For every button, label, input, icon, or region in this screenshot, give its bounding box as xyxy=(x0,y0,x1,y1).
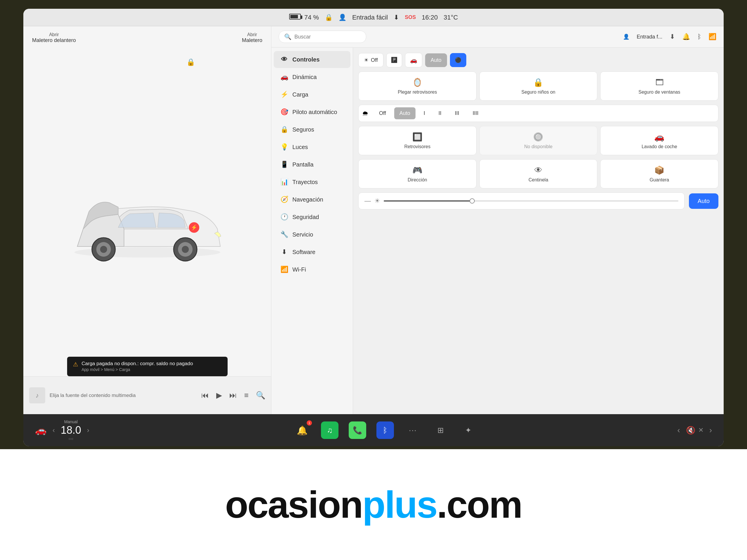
light-parking-button[interactable]: 🅿 xyxy=(386,53,402,68)
lighting-row: ☀ Off 🅿 🚗 Auto xyxy=(358,53,718,68)
sidebar-item-controles[interactable]: 👁 Controles xyxy=(274,51,351,68)
car-image-area: ⚡ 🔒 ⚠ Carga pagada no dispon.: compr. sa… xyxy=(23,44,271,414)
sidebar-item-seguros[interactable]: 🔒 Seguros xyxy=(274,121,351,138)
guantera-button[interactable]: 📦 Guantera xyxy=(600,159,718,188)
brand-ocasion: ocasion xyxy=(225,483,362,527)
glove-box-icon: 📦 xyxy=(654,165,664,175)
sidebar-item-trayectos[interactable]: 📊 Trayectos xyxy=(274,174,351,190)
seguridad-icon: 🕐 xyxy=(280,213,288,221)
sidebar-item-pantalla[interactable]: 📱 Pantalla xyxy=(274,156,351,173)
sidebar-item-piloto[interactable]: 🎯 Piloto automático xyxy=(274,104,351,121)
wiper-speed3-button[interactable]: III xyxy=(450,107,465,119)
volume-x-icon: ✕ xyxy=(698,426,703,434)
brightness-thumb[interactable] xyxy=(469,198,475,204)
brand-plus: plus xyxy=(362,483,437,527)
rear-trunk-label: Abrir Maletero xyxy=(242,32,262,44)
time-display: 16:20 xyxy=(422,14,438,21)
wiper-icon: 🌧 xyxy=(362,110,368,117)
brightness-fill xyxy=(384,201,472,202)
seguro-ventanas-button[interactable]: 🗔 Seguro de ventanas xyxy=(600,72,718,101)
media-next-button[interactable]: ⏭ xyxy=(229,391,237,400)
alert-box: ⚠ Carga pagada no dispon.: compr. saldo … xyxy=(67,357,228,376)
parking-light-icon: 🅿 xyxy=(391,57,397,63)
wiper-speed1-button[interactable]: I xyxy=(418,107,430,119)
servicio-label: Servicio xyxy=(292,231,313,238)
temperature-display: 31°C xyxy=(443,14,458,21)
sidebar-item-carga[interactable]: ⚡ Carga xyxy=(274,86,351,103)
main-content: Abrir Maletero delantero Abrir Maletero xyxy=(23,26,724,414)
search-input-wrap[interactable]: 🔍 xyxy=(279,31,366,43)
software-label: Software xyxy=(292,249,315,256)
wiper-auto-button[interactable]: Auto xyxy=(394,107,415,119)
taskbar-notifications-app[interactable]: 🔔 1 xyxy=(293,422,311,439)
luces-label: Luces xyxy=(292,144,308,151)
no-disponible-button: 🔘 No disponible xyxy=(480,126,598,155)
sidebar-item-servicio[interactable]: 🔧 Servicio xyxy=(274,226,351,243)
centinela-button[interactable]: 👁 Centinela xyxy=(480,159,598,188)
sidebar-item-dinamica[interactable]: 🚗 Dinámica xyxy=(274,69,351,85)
seguro-ninos-button[interactable]: 🔒 Seguro niños on xyxy=(480,72,598,101)
retrovisores-icon: 🔲 xyxy=(412,132,422,142)
taskbar-phone-app[interactable]: 📞 xyxy=(349,422,366,439)
lavado-coche-button[interactable]: 🚗 Lavado de coche xyxy=(600,126,718,155)
light-drive-button[interactable]: 🚗 xyxy=(405,53,422,68)
media-icon: ♪ xyxy=(29,387,45,403)
person-icon: 👤 xyxy=(338,14,346,21)
brightness-auto-button[interactable]: Auto xyxy=(689,193,718,209)
wiper-off-button[interactable]: Off xyxy=(374,107,391,119)
light-off-button[interactable]: ☀ Off xyxy=(358,53,383,67)
bluetooth-taskbar-icon: ᛒ xyxy=(383,426,387,435)
brightness-slider[interactable] xyxy=(384,201,678,202)
taskbar-grid-app[interactable]: ⊞ xyxy=(432,422,449,439)
taskbar-spotify-app[interactable]: ♫ xyxy=(321,422,338,439)
entrada-facil-label: Entrada fácil xyxy=(352,14,388,21)
front-trunk-label: Abrir Maletero delantero xyxy=(32,32,76,44)
brightness-min-icon: — xyxy=(364,197,371,205)
search-icon: 🔍 xyxy=(284,33,291,40)
volume-control: 🔇 ✕ xyxy=(686,426,703,435)
temp-nav-left[interactable]: ‹ xyxy=(53,426,55,434)
sos-label: SOS xyxy=(405,14,416,20)
wiper-speed2-button[interactable]: II xyxy=(433,107,447,119)
taskbar-left: 🚗 ‹ Manual 18.0 ○○ › xyxy=(35,420,117,441)
car-svg: ⚡ xyxy=(60,188,235,270)
retrovisores-button[interactable]: 🔲 Retrovisores xyxy=(358,126,476,155)
plegar-retrovisores-button[interactable]: 🪞 Plegar retrovisores xyxy=(358,72,476,101)
location-icon: ✦ xyxy=(465,426,471,435)
wifi-label: Wi-Fi xyxy=(292,266,306,273)
wiper-speed4-button[interactable]: IIII xyxy=(467,107,484,119)
car-wash-icon: 🚗 xyxy=(654,132,664,142)
seguridad-label: Seguridad xyxy=(292,214,319,220)
media-search-button[interactable]: 🔍 xyxy=(256,391,265,400)
temperature-control: Manual 18.0 ○○ xyxy=(61,420,81,441)
light-auto-button[interactable]: Auto xyxy=(425,53,447,67)
mirror-lock-grid: 🪞 Plegar retrovisores 🔒 Seguro niños on … xyxy=(358,72,718,101)
sidebar-item-navegacion[interactable]: 🧭 Navegación xyxy=(274,191,351,208)
media-queue-button[interactable]: ≡ xyxy=(244,391,249,400)
taskbar-nav-app[interactable]: ✦ xyxy=(460,422,477,439)
piloto-icon: 🎯 xyxy=(280,108,288,116)
carga-icon: ⚡ xyxy=(280,91,288,98)
window-lock-icon: 🗔 xyxy=(655,78,664,87)
temp-nav-right[interactable]: › xyxy=(87,426,89,434)
taskbar-nav-left[interactable]: ‹ xyxy=(677,426,680,435)
taskbar-bluetooth-app[interactable]: ᛒ xyxy=(377,422,394,439)
lock-badge: 🔒 xyxy=(186,58,195,66)
wifi-icon: 📶 xyxy=(280,266,288,273)
spotify-icon: ♫ xyxy=(327,426,333,435)
light-active-button[interactable]: ⚫ xyxy=(450,53,466,67)
media-player: ♪ Elija la fuente del contenido multimed… xyxy=(23,376,271,414)
search-input[interactable] xyxy=(294,34,361,40)
sidebar-item-seguridad[interactable]: 🕐 Seguridad xyxy=(274,209,351,225)
sidebar-item-wifi[interactable]: 📶 Wi-Fi xyxy=(274,261,351,278)
media-prev-button[interactable]: ⏮ xyxy=(201,391,209,400)
tesla-ui: 74 % 🔒 👤 Entrada fácil ⬇ SOS 16:20 31°C … xyxy=(23,9,724,446)
grid-icon: ⊞ xyxy=(437,426,444,435)
media-controls: ⏮ ▶ ⏭ ≡ 🔍 xyxy=(201,391,265,400)
direccion-button[interactable]: 🎮 Dirección xyxy=(358,159,476,188)
media-play-button[interactable]: ▶ xyxy=(216,391,222,400)
taskbar-nav-right[interactable]: › xyxy=(710,426,712,435)
sidebar-item-luces[interactable]: 💡 Luces xyxy=(274,138,351,156)
sidebar-item-software[interactable]: ⬇ Software xyxy=(274,243,351,261)
taskbar-more-button[interactable]: ··· xyxy=(404,422,422,439)
